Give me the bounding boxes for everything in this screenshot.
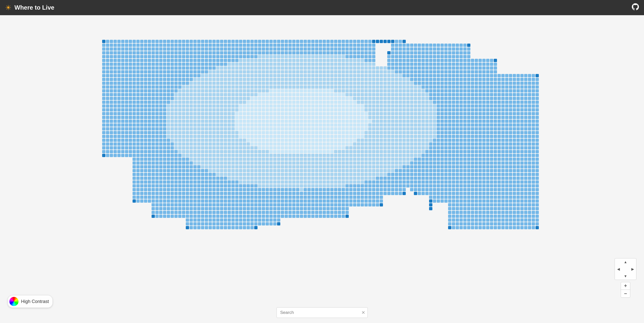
color-circle-icon <box>9 297 19 306</box>
ctrl-empty-bl <box>615 273 622 280</box>
search-clear-icon[interactable]: ✕ <box>361 310 365 315</box>
zoom-in-button[interactable]: + <box>621 282 630 290</box>
map-container[interactable] <box>0 15 644 323</box>
pan-controls: ▲ ◀ ▶ ▼ <box>615 258 636 280</box>
search-input[interactable] <box>277 307 368 318</box>
app-title: Where to Live <box>14 4 54 11</box>
header-left: ☀ Where to Live <box>5 4 54 12</box>
pan-left-button[interactable]: ◀ <box>615 265 622 273</box>
map-controls: ▲ ◀ ▶ ▼ + − <box>615 258 636 298</box>
sun-icon: ☀ <box>5 4 11 12</box>
app-header: ☀ Where to Live <box>0 0 644 15</box>
pan-up-button[interactable]: ▲ <box>622 258 629 265</box>
pan-right-button[interactable]: ▶ <box>629 265 636 273</box>
zoom-controls: + − <box>621 282 630 298</box>
pan-down-button[interactable]: ▼ <box>622 273 629 280</box>
ctrl-empty-center <box>622 265 629 273</box>
ctrl-empty-tr <box>629 258 636 265</box>
zoom-out-button[interactable]: − <box>621 290 630 297</box>
github-icon[interactable] <box>632 3 639 12</box>
high-contrast-button[interactable]: High Contrast <box>8 295 53 308</box>
ctrl-empty-br <box>629 273 636 280</box>
search-container: ✕ <box>277 307 368 318</box>
high-contrast-label: High Contrast <box>21 299 49 304</box>
ctrl-empty-tl <box>615 258 622 265</box>
dot-map-canvas[interactable] <box>94 28 550 256</box>
